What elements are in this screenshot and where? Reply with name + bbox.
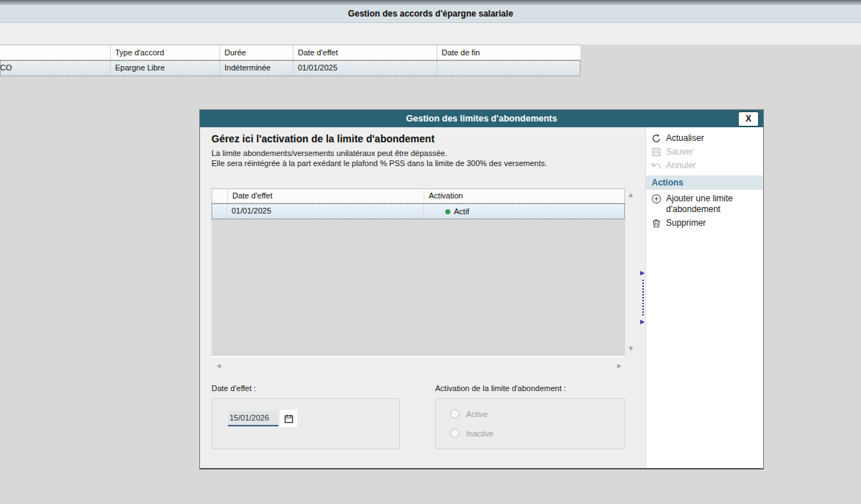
limites-abondements-dialog: Gestion des limites d'abondements X Gére… (199, 109, 764, 469)
limits-col-activation: Activation (424, 189, 624, 203)
accords-table-row-selected[interactable]: CO Epargne Libre Indéterminée 01/01/2025 (0, 60, 580, 76)
page-title: Gestion des accords d'épargne salariale (348, 9, 514, 19)
accord-date-fin-cell (437, 60, 580, 76)
dialog-description-line2: Elle sera réintégrée à la part exédant l… (211, 159, 547, 168)
accords-col-duree: Durée (219, 45, 293, 60)
date-effet-panel (211, 398, 400, 449)
close-button[interactable]: X (738, 111, 759, 127)
splitter-dotted-handle[interactable] (642, 280, 644, 316)
limit-activation-cell: Actif (423, 203, 625, 219)
accords-col-type: Type d'accord (110, 45, 219, 60)
actions-panel: Actualiser Sauver Annuler Actions (645, 127, 763, 468)
toolbar-band (0, 23, 861, 45)
scroll-left-icon[interactable]: ◄ (215, 362, 222, 370)
accord-date-effet-cell: 01/01/2025 (293, 60, 437, 76)
refresh-icon (651, 133, 662, 144)
dialog-title: Gestion des limites d'abondements (200, 110, 763, 127)
radio-inactive-circle-icon (450, 429, 460, 438)
ajouter-limite-label: Ajouter une limite d'abondement (666, 193, 760, 215)
accords-col-date-fin: Date de fin (437, 45, 580, 60)
row-selector-cell (211, 203, 227, 219)
sauver-button: Sauver (646, 145, 763, 159)
sauver-label: Sauver (666, 147, 693, 157)
activation-label: Activation de la limite d'abondement : (435, 384, 566, 393)
window-top-border (0, 0, 861, 5)
accords-col-date-effet: Date d'effet (293, 45, 437, 60)
calendar-button[interactable] (280, 410, 297, 427)
actions-section-header: Actions (646, 175, 763, 190)
scroll-down-icon[interactable]: ▼ (627, 345, 634, 352)
accords-col-empty (0, 45, 110, 60)
actualiser-button[interactable]: Actualiser (646, 132, 763, 145)
limits-col-date-effet: Date d'effet (228, 189, 424, 203)
dialog-body: Gérez ici l'activation de la limite d'ab… (200, 127, 763, 468)
radio-active: Active (450, 409, 488, 418)
activation-panel: Active Inactive (435, 398, 625, 449)
radio-inactive-label: Inactive (466, 429, 493, 438)
splitter-arrow-icon[interactable]: ▶ (640, 319, 644, 325)
dialog-titlebar[interactable]: Gestion des limites d'abondements X (200, 110, 763, 127)
accord-name-cell: CO (0, 60, 110, 76)
radio-active-label: Active (466, 410, 488, 418)
supprimer-label: Supprimer (666, 218, 706, 229)
limits-col-selector (212, 189, 228, 203)
trash-icon (651, 218, 662, 229)
dialog-content: Gérez ici l'activation de la limite d'ab… (200, 127, 641, 468)
radio-inactive: Inactive (450, 429, 493, 438)
accord-duree-cell: Indéterminée (219, 60, 293, 76)
undo-icon (651, 160, 662, 171)
panel-splitter[interactable]: ▶ ▶ (641, 127, 645, 468)
date-field-group (228, 410, 297, 427)
annuler-button: Annuler (646, 159, 763, 173)
actualiser-label: Actualiser (666, 133, 704, 144)
limits-table: Date d'effet Activation 01/01/2025 Actif (211, 188, 625, 357)
active-status-dot-icon (445, 209, 450, 214)
annuler-label: Annuler (666, 160, 696, 171)
circle-plus-icon (651, 193, 662, 204)
limit-date-cell: 01/01/2025 (227, 203, 423, 219)
page-titlebar: Gestion des accords d'épargne salariale (0, 5, 861, 23)
dialog-description-line1: La limite abondements/versements unilaté… (211, 149, 447, 157)
ajouter-limite-button[interactable]: Ajouter une limite d'abondement (646, 192, 763, 216)
save-icon (651, 147, 662, 157)
limits-table-empty-area (211, 219, 625, 357)
limits-table-header: Date d'effet Activation (211, 188, 625, 203)
splitter-arrow-icon[interactable]: ▶ (640, 270, 644, 276)
status-badge: Actif (454, 207, 469, 216)
scroll-up-icon[interactable]: ▲ (627, 191, 634, 198)
dialog-heading: Gérez ici l'activation de la limite d'ab… (211, 133, 434, 145)
supprimer-button[interactable]: Supprimer (646, 216, 763, 230)
accords-table-header: Type d'accord Durée Date d'effet Date de… (0, 45, 580, 60)
calendar-icon (283, 413, 294, 424)
accords-table: Type d'accord Durée Date d'effet Date de… (0, 45, 580, 76)
radio-active-circle-icon (450, 409, 460, 418)
accord-type-cell: Epargne Libre (110, 60, 219, 76)
limits-table-row-selected[interactable]: 01/01/2025 Actif (211, 203, 625, 219)
scroll-right-icon[interactable]: ► (616, 362, 623, 370)
date-effet-input[interactable] (228, 411, 278, 426)
date-effet-label: Date d'effet : (211, 384, 256, 393)
